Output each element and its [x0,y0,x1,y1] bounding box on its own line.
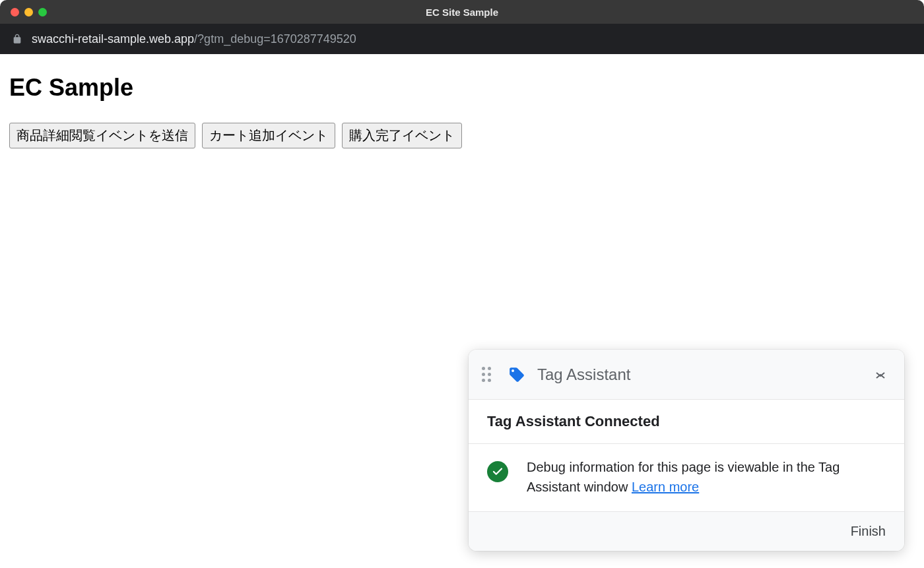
url-text: swacchi-retail-sample.web.app/?gtm_debug… [32,32,356,46]
page-title: EC Sample [9,74,915,102]
tag-assistant-connected-heading: Tag Assistant Connected [469,400,904,444]
tag-assistant-body: Debug information for this page is viewa… [469,444,904,512]
button-row: 商品詳細閲覧イベントを送信 カート追加イベント 購入完了イベント [9,123,915,148]
tag-assistant-message: Debug information for this page is viewa… [527,457,886,497]
minimize-window-button[interactable] [24,8,33,16]
check-circle-icon [487,461,508,482]
address-bar[interactable]: swacchi-retail-sample.web.app/?gtm_debug… [0,24,924,54]
url-host: swacchi-retail-sample.web.app [32,32,194,46]
collapse-icon[interactable] [873,367,888,383]
svg-point-0 [512,369,514,372]
learn-more-link[interactable]: Learn more [632,480,699,494]
traffic-lights [0,8,47,16]
drag-handle-icon[interactable] [482,367,495,382]
window-title: EC Site Sample [0,7,924,18]
tag-assistant-header: Tag Assistant [469,350,904,400]
url-path: /?gtm_debug=1670287749520 [194,32,356,46]
add-to-cart-event-button[interactable]: カート追加イベント [202,123,335,148]
tag-assistant-footer: Finish [469,512,904,551]
window-titlebar: EC Site Sample [0,0,924,24]
tag-assistant-panel: Tag Assistant Tag Assistant Connected De… [469,350,904,551]
view-item-event-button[interactable]: 商品詳細閲覧イベントを送信 [9,123,195,148]
maximize-window-button[interactable] [38,8,47,16]
page-content: EC Sample 商品詳細閲覧イベントを送信 カート追加イベント 購入完了イベ… [0,54,924,158]
purchase-event-button[interactable]: 購入完了イベント [342,123,462,148]
tag-assistant-title: Tag Assistant [537,365,873,384]
lock-icon [12,34,22,44]
tag-assistant-icon [508,366,525,383]
close-window-button[interactable] [11,8,19,16]
finish-button[interactable]: Finish [851,524,886,539]
